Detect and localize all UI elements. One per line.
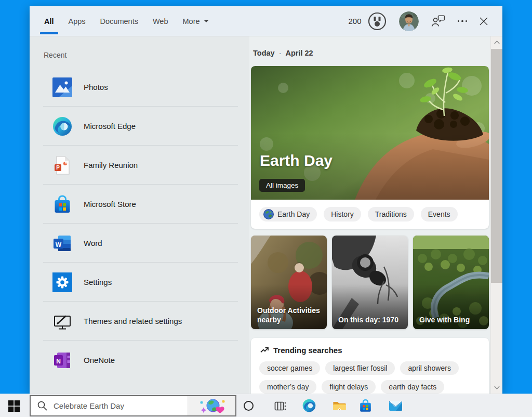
recent-item-word[interactable]: W Word: [30, 224, 249, 263]
trending-chip[interactable]: april showers: [400, 361, 458, 375]
earth-day-card[interactable]: Earth Day All images: [251, 66, 489, 229]
word-icon: W: [52, 233, 72, 253]
tab-apps-label: Apps: [69, 17, 86, 25]
tab-web[interactable]: Web: [145, 6, 176, 36]
tabbar-right-controls: 200: [348, 11, 488, 31]
taskbar-search-box[interactable]: [30, 395, 236, 416]
chip-label: History: [331, 210, 354, 218]
recent-item-label: Settings: [84, 278, 112, 286]
trending-chip[interactable]: soccer games: [259, 361, 320, 375]
tab-web-label: Web: [153, 17, 168, 25]
trending-chip[interactable]: largest flier fossil: [325, 361, 395, 375]
trending-chip-label: flight delays: [329, 383, 368, 391]
recent-heading: Recent: [44, 51, 249, 59]
svg-text:N: N: [56, 358, 61, 365]
today-date: April 22: [285, 49, 313, 57]
trending-row-1: soccer games largest flier fossil april …: [251, 361, 489, 375]
search-input[interactable]: [54, 401, 188, 410]
scrollbar-up-button[interactable]: [491, 36, 502, 48]
today-header: Today · April 22: [253, 49, 313, 57]
trending-heading-row: Trending searches: [251, 338, 489, 355]
recent-item-themes[interactable]: Themes and related settings: [30, 302, 249, 341]
trending-chip[interactable]: flight delays: [322, 380, 376, 394]
microsoft-store-icon: [52, 194, 72, 214]
card-label: Give with Bing: [419, 316, 485, 325]
recent-item-label: Family Reunion: [84, 161, 138, 170]
edge-taskbar-icon[interactable]: [302, 399, 316, 414]
recent-item-family-reunion[interactable]: P Family Reunion: [30, 146, 249, 185]
trending-chip[interactable]: mother’s day: [259, 380, 316, 394]
file-explorer-icon[interactable]: [332, 399, 346, 414]
recent-item-label: OneNote: [84, 356, 115, 364]
search-window: All Apps Documents Web More 200: [30, 6, 502, 394]
chip-events[interactable]: Events: [421, 207, 458, 221]
themes-icon: [52, 311, 72, 331]
tab-more[interactable]: More: [176, 6, 216, 36]
more-options-icon[interactable]: [458, 20, 468, 22]
rewards-points: 200: [348, 17, 361, 25]
chip-earth-day[interactable]: Earth Day: [259, 207, 317, 221]
onenote-icon: N: [52, 350, 72, 370]
chip-traditions[interactable]: Traditions: [368, 207, 414, 221]
tab-documents-label: Documents: [100, 17, 138, 25]
card-outdoor-activities[interactable]: Outdoor Activities nearby: [251, 236, 327, 329]
chip-history[interactable]: History: [324, 207, 361, 221]
card-label: On this day: 1970: [338, 316, 404, 325]
hero-title: Earth Day: [260, 152, 332, 170]
scrollbar-down-button[interactable]: [491, 382, 502, 394]
user-avatar[interactable]: [399, 11, 419, 31]
trending-row-2: mother’s day flight delays earth day fac…: [251, 380, 489, 394]
tab-more-label: More: [183, 17, 200, 25]
vertical-scrollbar[interactable]: [490, 36, 502, 394]
today-label: Today: [253, 49, 275, 57]
tab-group: All Apps Documents Web More: [37, 6, 216, 36]
trending-up-icon: [260, 346, 269, 355]
trending-chip-label: soccer games: [267, 364, 312, 372]
card-give-with-bing[interactable]: Give with Bing: [413, 236, 489, 329]
powerpoint-document-icon: P: [52, 155, 72, 175]
close-icon[interactable]: [480, 17, 488, 25]
cards-row: Outdoor Activities nearby: [251, 236, 489, 329]
recent-item-photos[interactable]: Photos: [30, 68, 249, 107]
trending-chip-label: mother’s day: [267, 383, 309, 391]
settings-gear-icon: [52, 272, 72, 292]
globe-icon: [263, 209, 274, 219]
tab-apps[interactable]: Apps: [61, 6, 93, 36]
dot-separator: ·: [279, 49, 282, 57]
card-on-this-day[interactable]: On this day: 1970: [332, 236, 408, 329]
card-label: Outdoor Activities nearby: [257, 306, 323, 324]
feedback-icon[interactable]: [431, 15, 445, 27]
mail-icon[interactable]: [389, 400, 403, 413]
trending-chip-label: april showers: [408, 364, 450, 372]
tab-documents[interactable]: Documents: [93, 6, 145, 36]
earth-day-doodle-icon[interactable]: [188, 396, 235, 415]
today-panel: Today · April 22: [249, 36, 490, 394]
trending-searches-card: Trending searches soccer games largest f…: [251, 338, 489, 394]
photos-app-icon: [52, 77, 72, 97]
tab-all[interactable]: All: [37, 6, 61, 36]
chip-label: Events: [428, 210, 450, 218]
taskbar: [0, 394, 532, 417]
svg-text:W: W: [56, 241, 62, 248]
store-taskbar-icon[interactable]: [358, 399, 373, 415]
edge-icon: [52, 116, 72, 136]
chevron-down-icon: [204, 20, 209, 22]
tab-bar: All Apps Documents Web More 200: [30, 6, 502, 36]
recent-item-onenote[interactable]: N OneNote: [30, 341, 249, 380]
recent-item-settings[interactable]: Settings: [30, 263, 249, 302]
recent-item-edge[interactable]: Microsoft Edge: [30, 107, 249, 146]
all-images-button[interactable]: All images: [259, 179, 305, 192]
earth-day-hero-image[interactable]: Earth Day All images: [251, 66, 489, 200]
rewards-medal-icon[interactable]: [368, 12, 387, 31]
chip-label: Traditions: [375, 210, 407, 218]
recent-item-store[interactable]: Microsoft Store: [30, 185, 249, 224]
scrollbar-thumb[interactable]: [491, 49, 502, 283]
recent-item-label: Word: [84, 239, 102, 247]
task-view-icon[interactable]: [274, 400, 286, 414]
cortana-icon[interactable]: [244, 401, 254, 411]
chip-label: Earth Day: [277, 210, 310, 218]
recent-list: Photos Microsoft: [30, 68, 249, 380]
start-button[interactable]: [8, 400, 20, 412]
trending-chip[interactable]: earth day facts: [381, 380, 444, 394]
trending-heading: Trending searches: [273, 346, 342, 355]
